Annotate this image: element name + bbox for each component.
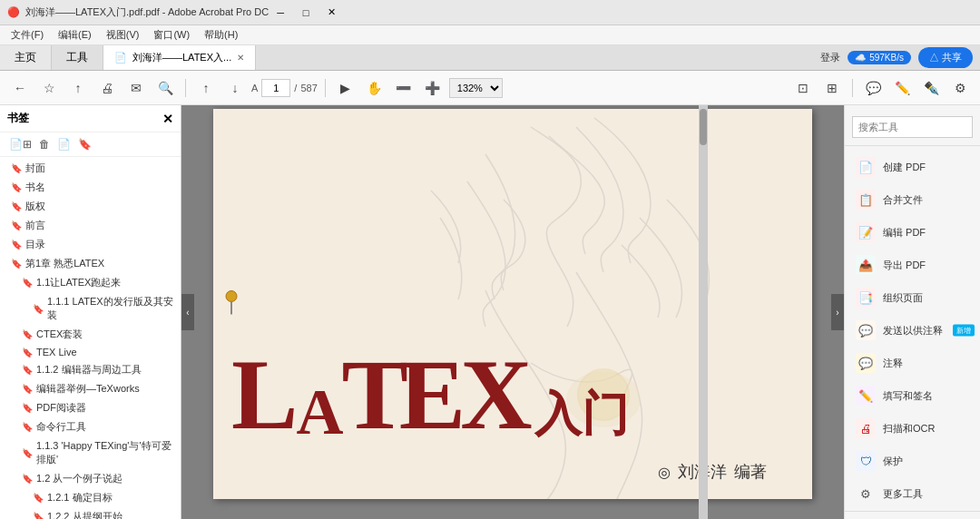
back-button[interactable]: ← bbox=[7, 75, 33, 101]
prev-page-button[interactable]: ↑ bbox=[193, 75, 219, 101]
close-bookmarks-button[interactable]: ✕ bbox=[162, 112, 173, 126]
merge-files-button[interactable]: 📋 合并文件 bbox=[845, 184, 980, 215]
protect-label: 保护 bbox=[883, 455, 903, 468]
collapse-bookmark-button[interactable]: 🔖 bbox=[76, 136, 93, 152]
delete-bookmark-button[interactable]: 🗑 bbox=[37, 136, 52, 152]
more-tools-button[interactable]: ⚙ 更多工具 bbox=[845, 478, 980, 509]
edit-pdf-button[interactable]: 📝 编辑 PDF bbox=[845, 217, 980, 248]
bookmark-item[interactable]: 🔖 1.1.3 'Happy TEXing'与'特可爱排版' bbox=[0, 436, 181, 469]
highlight-button[interactable]: ✏️ bbox=[889, 75, 915, 101]
merge-files-label: 合并文件 bbox=[883, 193, 923, 207]
export-pdf-button[interactable]: 📤 导出 PDF bbox=[845, 250, 980, 280]
cloud-speed-badge: ☁️ 597KB/s bbox=[848, 51, 911, 64]
bookmark-item[interactable]: 🔖 1.1.2 编辑器与周边工具 bbox=[0, 360, 181, 379]
separator-2 bbox=[325, 79, 326, 97]
bookmark-icon: 🔖 bbox=[11, 201, 22, 211]
share-toolbar-button[interactable]: ↑ bbox=[65, 75, 91, 101]
draw-button[interactable]: ✒️ bbox=[918, 75, 944, 101]
bookmark-toolbar: 📄⊞ 🗑 📄 🔖 bbox=[0, 132, 181, 157]
menu-view[interactable]: 视图(V) bbox=[99, 26, 147, 44]
send-for-comment-button[interactable]: 💬 发送以供注释 新增 bbox=[845, 315, 980, 346]
scroll-right-button[interactable]: › bbox=[831, 294, 844, 330]
more-tools-label: 更多工具 bbox=[883, 487, 923, 501]
separator-1 bbox=[185, 79, 186, 97]
fit-page-button[interactable]: ⊡ bbox=[790, 75, 816, 101]
bookmark-item[interactable]: 🔖 书名 bbox=[0, 178, 181, 197]
bookmarks-panel: 书签 ✕ 📄⊞ 🗑 📄 🔖 🔖 封面 🔖 书名 🔖 版权 🔖 bbox=[0, 105, 181, 519]
bookmark-label: 封面 bbox=[25, 162, 45, 175]
print-button[interactable]: 🖨 bbox=[94, 75, 120, 101]
tab-close-button[interactable]: ✕ bbox=[237, 53, 244, 63]
zoom-in-button[interactable]: ➕ bbox=[420, 75, 446, 101]
hand-tool[interactable]: ✋ bbox=[362, 75, 387, 101]
bookmark-item[interactable]: 🔖 PDF阅读器 bbox=[0, 398, 181, 417]
bookmark-item[interactable]: 🔖 1.1.1 LATEX的发行版及其安装 bbox=[0, 292, 181, 325]
email-button[interactable]: ✉ bbox=[123, 75, 149, 101]
bookmark-item[interactable]: 🔖 CTEX套装 bbox=[0, 325, 181, 344]
next-page-button[interactable]: ↓ bbox=[222, 75, 248, 101]
pdf-scroll-thumb[interactable] bbox=[700, 109, 707, 145]
bookmark-item[interactable]: 🔖 编辑器举例—TeXworks bbox=[0, 379, 181, 398]
create-pdf-button[interactable]: 📄 创建 PDF bbox=[845, 152, 980, 182]
bookmarks-title: 书签 bbox=[7, 111, 29, 126]
comment-button[interactable]: 💬 bbox=[860, 75, 886, 101]
bookmark-label: 第1章 熟悉LATEX bbox=[25, 257, 104, 270]
search-tools-input[interactable] bbox=[852, 116, 973, 138]
scan-ocr-button[interactable]: 🖨 扫描和OCR bbox=[845, 413, 980, 444]
bookmark-item[interactable]: 🔖 命令行工具 bbox=[0, 417, 181, 436]
bookmark-item[interactable]: 🔖 封面 bbox=[0, 159, 181, 178]
latex-t: T bbox=[341, 345, 406, 445]
more-tools-button[interactable]: ⚙ bbox=[947, 75, 973, 101]
bookmark-item[interactable]: 🔖 目录 bbox=[0, 235, 181, 254]
thumbtack-icon bbox=[224, 289, 239, 319]
bookmark-item[interactable]: 🔖 1.2 从一个例子说起 bbox=[0, 469, 181, 488]
bookmark-icon: 🔖 bbox=[11, 163, 22, 173]
bookmark-item[interactable]: 🔖 前言 bbox=[0, 216, 181, 235]
login-button[interactable]: 登录 bbox=[820, 51, 840, 64]
scroll-left-button[interactable]: ‹ bbox=[181, 294, 194, 330]
latex-l: L bbox=[231, 345, 296, 445]
bookmark-item[interactable]: 🔖 1.2.1 确定目标 bbox=[0, 488, 181, 507]
zoom-out-button[interactable]: ➖ bbox=[391, 75, 416, 101]
menu-file[interactable]: 文件(F) bbox=[4, 26, 51, 44]
pdf-viewer[interactable]: L A T E X 入门 ◎ 刘海洋 编著 bbox=[181, 105, 844, 519]
comment-button-tool[interactable]: 💬 注释 bbox=[845, 348, 980, 378]
bookmark-item[interactable]: 🔖 1.2.2 从提纲开始 bbox=[0, 507, 181, 519]
fill-sign-button[interactable]: ✏️ 填写和签名 bbox=[845, 380, 980, 411]
right-panel-bottom: 在 Document Cloud 中存档和共享 了解... bbox=[845, 511, 980, 519]
bookmark-item[interactable]: 🔖 TEX Live bbox=[0, 344, 181, 360]
cursor-tool[interactable]: ▶ bbox=[333, 75, 358, 101]
tab-home[interactable]: 主页 bbox=[0, 45, 52, 70]
star-button[interactable]: ☆ bbox=[36, 75, 62, 101]
bookmark-label: 1.1.1 LATEX的发行版及其安装 bbox=[47, 295, 173, 322]
separator-3 bbox=[852, 79, 853, 97]
menu-window[interactable]: 窗口(W) bbox=[146, 26, 197, 44]
pdf-scrollbar[interactable] bbox=[699, 105, 708, 519]
share-button[interactable]: △ 共享 bbox=[918, 47, 973, 68]
close-button[interactable]: ✕ bbox=[319, 4, 343, 22]
menu-help[interactable]: 帮助(H) bbox=[197, 26, 245, 44]
expand-bookmark-button[interactable]: 📄 bbox=[55, 136, 73, 152]
minimize-button[interactable]: ─ bbox=[269, 4, 292, 22]
maximize-button[interactable]: □ bbox=[294, 4, 318, 22]
tab-active-document[interactable]: 📄 刘海洋——LATEX入... ✕ bbox=[103, 45, 256, 70]
bookmark-label: 1.2.2 从提纲开始 bbox=[47, 510, 122, 519]
edit-pdf-label: 编辑 PDF bbox=[883, 226, 926, 240]
comment-tool-icon: 💬 bbox=[856, 353, 876, 373]
pdf-page: L A T E X 入门 ◎ 刘海洋 编著 bbox=[213, 109, 812, 499]
create-pdf-label: 创建 PDF bbox=[883, 161, 926, 174]
two-page-button[interactable]: ⊞ bbox=[819, 75, 845, 101]
bookmark-item[interactable]: 🔖 第1章 熟悉LATEX bbox=[0, 254, 181, 273]
search-toolbar-button[interactable]: 🔍 bbox=[152, 75, 178, 101]
organize-pages-button[interactable]: 📑 组织页面 bbox=[845, 282, 980, 313]
more-tools-icon: ⚙ bbox=[856, 484, 876, 504]
protect-button[interactable]: 🛡 保护 bbox=[845, 446, 980, 476]
zoom-select[interactable]: 132% 100% 75% 50% bbox=[449, 78, 503, 98]
bookmark-item[interactable]: 🔖 版权 bbox=[0, 197, 181, 216]
tab-tools[interactable]: 工具 bbox=[52, 45, 103, 70]
page-number-input[interactable] bbox=[261, 79, 290, 97]
new-bookmark-button[interactable]: 📄⊞ bbox=[7, 136, 34, 152]
menu-edit[interactable]: 编辑(E) bbox=[51, 26, 99, 44]
bookmark-item[interactable]: 🔖 1.1让LATEX跑起来 bbox=[0, 273, 181, 292]
bookmark-icon: 🔖 bbox=[33, 512, 44, 519]
